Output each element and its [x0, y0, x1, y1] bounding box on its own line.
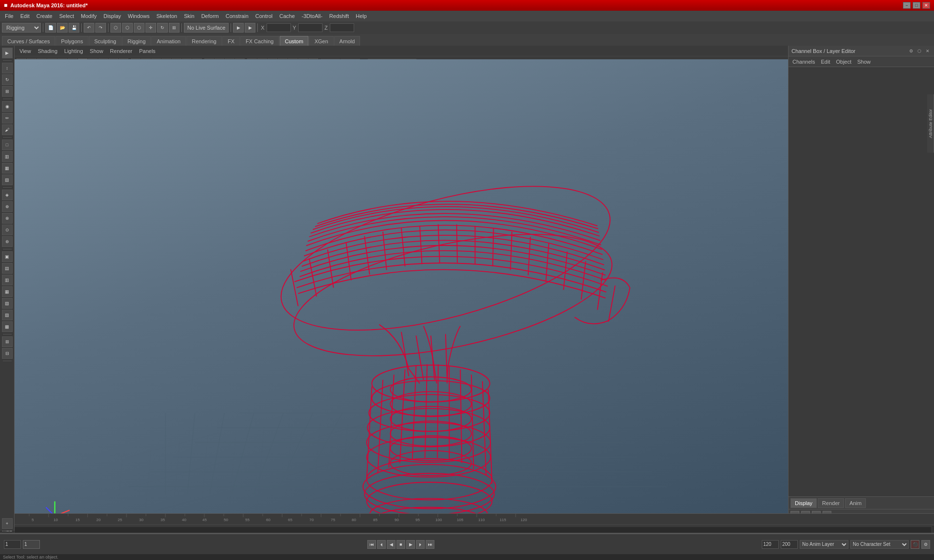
step-back-btn[interactable]: ⏴ — [377, 540, 386, 549]
tab-xgen[interactable]: XGen — [309, 36, 333, 46]
snap5-btn[interactable]: ⊛ — [2, 236, 13, 247]
step-forward-btn[interactable]: ⏵ — [416, 540, 425, 549]
autokey-btn[interactable]: ⚫ — [911, 540, 919, 549]
3d-viewport[interactable]: ⊕ persp — [15, 59, 788, 531]
menu-skin[interactable]: Skin — [181, 12, 197, 20]
snap3-btn[interactable]: ⊗ — [2, 213, 13, 224]
rotate-btn[interactable]: ↻ — [157, 23, 168, 33]
menu-create[interactable]: Create — [34, 12, 55, 20]
snap1-btn[interactable]: ◈ — [2, 190, 13, 200]
extra1-btn[interactable]: ⊞ — [2, 336, 13, 347]
misc1-btn[interactable]: ▣ — [2, 251, 13, 262]
ch-menu-object[interactable]: Object — [834, 58, 853, 66]
stop-btn[interactable]: ■ — [396, 540, 405, 549]
render-btn[interactable]: ▶ — [233, 23, 244, 33]
vm-view[interactable]: View — [17, 47, 34, 55]
mode-dropdown[interactable]: Rigging — [2, 23, 41, 33]
y-input[interactable] — [298, 23, 323, 32]
tab-fx-caching[interactable]: FX Caching — [240, 36, 279, 46]
bottom-btn[interactable]: + — [2, 518, 13, 529]
ch-menu-show[interactable]: Show — [855, 58, 873, 66]
current-frame-input[interactable] — [23, 540, 40, 549]
tab-polygons[interactable]: Polygons — [55, 36, 88, 46]
close-button[interactable]: ✕ — [922, 2, 930, 9]
tab-rendering[interactable]: Rendering — [186, 36, 222, 46]
skip-to-end-btn[interactable]: ⏭ — [426, 540, 434, 549]
paint-btn[interactable]: ⬡ — [134, 23, 144, 33]
menu-windows[interactable]: Windows — [125, 12, 153, 20]
vm-panels[interactable]: Panels — [136, 47, 159, 55]
misc5-btn[interactable]: ▧ — [2, 298, 13, 309]
menu-help[interactable]: Help — [353, 12, 370, 20]
menu-skeleton[interactable]: Skeleton — [153, 12, 180, 20]
channel-box-settings-icon[interactable]: ⚙ — [908, 48, 915, 54]
menu-file[interactable]: File — [2, 12, 17, 20]
z-input[interactable] — [330, 23, 354, 32]
tab-animation[interactable]: Animation — [151, 36, 186, 46]
misc4-btn[interactable]: ▦ — [2, 286, 13, 297]
menu-deform[interactable]: Deform — [198, 12, 222, 20]
misc2-btn[interactable]: ▤ — [2, 263, 13, 274]
vm-show[interactable]: Show — [87, 47, 107, 55]
new-scene-btn[interactable]: 📄 — [45, 23, 56, 33]
settings-btn[interactable]: ⚙ — [921, 540, 930, 549]
character-set-dropdown[interactable]: No Character Set — [850, 540, 909, 549]
scale-btn[interactable]: ⊞ — [169, 23, 180, 33]
select-tool-btn[interactable]: ▶ — [2, 48, 13, 58]
display3-btn[interactable]: ▦ — [2, 163, 13, 174]
tab-rigging[interactable]: Rigging — [122, 36, 151, 46]
layer-tab-display[interactable]: Display — [790, 498, 817, 508]
snap4-btn[interactable]: ⊙ — [2, 225, 13, 235]
menu-redshift[interactable]: Redshift — [326, 12, 352, 20]
layer-tab-anim[interactable]: Anim — [845, 498, 866, 508]
vm-renderer[interactable]: Renderer — [107, 47, 135, 55]
soft-mod-btn[interactable]: ◉ — [2, 101, 13, 112]
misc6-btn[interactable]: ▨ — [2, 310, 13, 320]
layer-tab-render[interactable]: Render — [818, 498, 844, 508]
move-btn[interactable]: ✛ — [145, 23, 156, 33]
display4-btn[interactable]: ▧ — [2, 175, 13, 185]
vm-shading[interactable]: Shading — [35, 47, 60, 55]
save-btn[interactable]: 💾 — [69, 23, 79, 33]
snap2-btn[interactable]: ⊕ — [2, 201, 13, 212]
display-btn[interactable]: □ — [2, 140, 13, 150]
rotate-tool-btn[interactable]: ↻ — [2, 74, 13, 85]
menu-constrain[interactable]: Constrain — [223, 12, 251, 20]
x-input[interactable] — [267, 23, 291, 32]
tab-sculpting[interactable]: Sculpting — [89, 36, 122, 46]
extra2-btn[interactable]: ⊟ — [2, 348, 13, 359]
attribute-editor-side-label[interactable]: Attribute Editor — [927, 94, 934, 153]
menu-control[interactable]: Control — [252, 12, 275, 20]
scale-tool-btn[interactable]: ⊞ — [2, 86, 13, 97]
skip-to-start-btn[interactable]: ⏮ — [367, 540, 376, 549]
mel-input[interactable] — [14, 526, 932, 533]
misc7-btn[interactable]: ▩ — [2, 321, 13, 332]
frame-end-input[interactable] — [762, 540, 779, 549]
play-back-btn[interactable]: ◀ — [387, 540, 395, 549]
play-forward-btn[interactable]: ▶ — [406, 540, 415, 549]
undo-btn[interactable]: ↶ — [84, 23, 94, 33]
paint-skin-btn[interactable]: 🖌 — [2, 124, 13, 135]
channel-box-close-icon[interactable]: ✕ — [924, 48, 931, 54]
vm-lighting[interactable]: Lighting — [61, 47, 86, 55]
sculpt-btn[interactable]: ✏ — [2, 113, 13, 123]
tab-fx[interactable]: FX — [222, 36, 240, 46]
tab-curves-surfaces[interactable]: Curves / Surfaces — [2, 36, 55, 46]
select-btn[interactable]: ⬡ — [110, 23, 121, 33]
misc3-btn[interactable]: ▥ — [2, 275, 13, 285]
display2-btn[interactable]: ▥ — [2, 151, 13, 162]
tab-custom[interactable]: Custom — [280, 36, 309, 46]
menu-select[interactable]: Select — [56, 12, 77, 20]
menu-modify[interactable]: Modify — [78, 12, 99, 20]
move-tool-btn[interactable]: ↕ — [2, 63, 13, 73]
timeline-ruler[interactable]: 1 5 10 15 20 25 30 35 40 45 50 55 60 65 … — [0, 513, 934, 525]
anim-layer-dropdown[interactable]: No Anim Layer — [800, 540, 848, 549]
ch-menu-channels[interactable]: Channels — [790, 58, 817, 66]
play-end-input[interactable] — [781, 540, 798, 549]
maximize-button[interactable]: □ — [913, 2, 920, 9]
frame-start-input[interactable] — [4, 540, 21, 549]
ch-menu-edit[interactable]: Edit — [819, 58, 832, 66]
menu-3dtall[interactable]: -3DtoAll- — [299, 12, 325, 20]
open-btn[interactable]: 📂 — [57, 23, 68, 33]
menu-cache[interactable]: Cache — [276, 12, 298, 20]
